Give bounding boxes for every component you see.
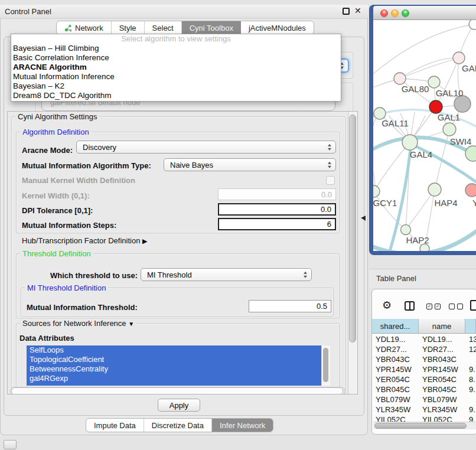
- network-node[interactable]: [373, 185, 380, 197]
- table-mode-icon[interactable]: [470, 300, 476, 311]
- mi-threshold-label: Mutual Information Threshold:: [27, 303, 138, 312]
- algorithm-option[interactable]: Bayesian – Hill Climbing: [11, 44, 341, 53]
- algorithm-option[interactable]: ARACNE Algorithm: [11, 63, 341, 72]
- table-row[interactable]: YBR043CYBR043C: [372, 354, 476, 364]
- dpi-tolerance-field[interactable]: [218, 203, 336, 216]
- network-node[interactable]: [428, 76, 440, 88]
- float-panel-icon[interactable]: [343, 8, 350, 15]
- settings-scrollbar-thumb[interactable]: [349, 115, 356, 343]
- attribute-item[interactable]: gal4RGexp: [27, 374, 321, 383]
- mi-threshold-field[interactable]: [249, 300, 331, 312]
- column-header[interactable]: shared...: [372, 319, 419, 333]
- split-columns-icon[interactable]: [405, 301, 415, 311]
- mi-type-combo[interactable]: Naive Bayes: [164, 158, 336, 171]
- table-row[interactable]: YIL052CYIL052C9: [372, 415, 476, 422]
- cyni-settings-viewport: Cyni Algorithm Settings Algorithm Defini…: [7, 111, 358, 394]
- attribute-item[interactable]: SelfLoops: [27, 345, 321, 355]
- network-node[interactable]: [469, 20, 476, 30]
- network-node[interactable]: [428, 183, 441, 196]
- network-edge: [406, 190, 435, 230]
- algorithm-option[interactable]: Basic Correlation Inference: [11, 53, 341, 63]
- screen: Control Panel ✕ NetworkStyleSelectCyni T…: [0, 0, 476, 450]
- control-panel-title: Control Panel: [5, 7, 51, 16]
- attributes-scrollbar[interactable]: [321, 345, 330, 386]
- table-cell: YLR345W: [419, 405, 465, 415]
- minimize-traffic-light-icon[interactable]: [391, 9, 399, 17]
- aracne-mode-combo[interactable]: Discovery: [76, 141, 336, 154]
- close-icon[interactable]: ✕: [354, 6, 361, 15]
- minimized-panel-icon[interactable]: [4, 440, 17, 449]
- network-node[interactable]: [465, 184, 476, 197]
- zoom-traffic-light-icon[interactable]: [402, 9, 409, 17]
- tab-cyni-toolbox[interactable]: Cyni Toolbox: [182, 21, 241, 34]
- close-traffic-light-icon[interactable]: [380, 9, 388, 17]
- tab-label: Style: [119, 24, 136, 32]
- algorithm-dropdown-placeholder: Select algorithm to view settings: [11, 34, 341, 44]
- network-node[interactable]: [443, 123, 456, 136]
- algorithm-option[interactable]: Mutual Information Inference: [11, 72, 341, 81]
- sources-group-title[interactable]: Sources for Network Inference ▼: [20, 319, 136, 328]
- tab-label: jActiveMNodules: [249, 24, 306, 32]
- kernel-width-field[interactable]: [218, 188, 336, 200]
- network-node[interactable]: [394, 73, 406, 84]
- tab-jactivemnodules[interactable]: jActiveMNodules: [241, 21, 314, 34]
- column-header[interactable]: [465, 319, 476, 333]
- unchecked-box-icon[interactable]: [457, 304, 463, 309]
- tab-label: Infer Network: [220, 421, 265, 430]
- attribute-item[interactable]: TopologicalCoefficient: [27, 355, 321, 364]
- network-edge: [400, 58, 459, 79]
- table-cell: 9.: [465, 405, 476, 415]
- hub-definition-toggle[interactable]: Hub/Transcription Factor Definition ▶: [22, 236, 147, 245]
- table-cell: [465, 394, 476, 405]
- network-node[interactable]: [402, 135, 418, 150]
- network-edge: [400, 58, 459, 79]
- algorithm-option[interactable]: Bayesian – K2: [11, 81, 341, 91]
- table-horizontal-scrollbar-thumb[interactable]: [374, 423, 467, 429]
- network-node-label: GAL80: [402, 84, 429, 94]
- network-node[interactable]: [454, 96, 471, 112]
- table-row[interactable]: YDR27...YDR27...12: [372, 344, 476, 354]
- gear-icon[interactable]: ⚙: [382, 299, 392, 312]
- column-header[interactable]: name: [419, 319, 465, 333]
- tab-discretize-data[interactable]: Discretize Data: [144, 419, 212, 432]
- table-row[interactable]: YBR045CYBR045C9.: [372, 384, 476, 394]
- tab-select[interactable]: Select: [145, 21, 182, 34]
- network-node[interactable]: [453, 52, 465, 64]
- network-window-titlebar[interactable]: [373, 6, 476, 20]
- settings-horizontal-scrollbar-thumb[interactable]: [11, 387, 343, 394]
- mi-type-value: Naive Bayes: [170, 161, 213, 169]
- kernel-width-label: Kernel Width (0,1):: [22, 191, 90, 200]
- checked-box-icon[interactable]: ✓: [426, 304, 432, 309]
- mi-steps-field[interactable]: [218, 218, 336, 230]
- table-row[interactable]: YBL079WYBL079W: [372, 394, 476, 405]
- tab-infer-network[interactable]: Infer Network: [212, 419, 273, 432]
- tab-style[interactable]: Style: [112, 21, 145, 34]
- which-threshold-combo[interactable]: MI Threshold: [141, 268, 312, 281]
- tab-network[interactable]: Network: [57, 21, 112, 34]
- table-row[interactable]: YER054CYER054C8.: [372, 374, 476, 384]
- algorithm-dropdown-items: Bayesian – Hill ClimbingBasic Correlatio…: [11, 44, 341, 100]
- apply-button[interactable]: Apply: [158, 399, 200, 412]
- table-cell: YER054C: [372, 374, 419, 384]
- network-node[interactable]: [429, 100, 442, 113]
- table-cell: YER054C: [419, 374, 465, 384]
- table-cell: YBL079W: [372, 394, 419, 405]
- network-node[interactable]: [465, 146, 476, 161]
- network-graph: GALGAL80GAL10GAL1GAL11SWI4GAL4GCY1HAP4YH…: [373, 20, 476, 251]
- table-row[interactable]: YPR145WYPR145W9.: [372, 364, 476, 374]
- table-row[interactable]: YDL19...YDL19...13: [372, 334, 476, 344]
- unchecked-box-icon[interactable]: [449, 304, 455, 309]
- attribute-item[interactable]: BetweennessCentrality: [27, 364, 321, 374]
- network-node-label: HAP4: [434, 198, 457, 208]
- network-node-label: Y: [472, 198, 476, 208]
- tab-impute-data[interactable]: Impute Data: [86, 419, 144, 432]
- mi-type-label: Mutual Information Algorithm Type:: [22, 161, 151, 170]
- tab-label: Discretize Data: [152, 421, 204, 430]
- manual-kernel-checkbox[interactable]: [326, 176, 335, 185]
- network-node[interactable]: [374, 107, 386, 119]
- table-row[interactable]: YLR345WYLR345W9.: [372, 405, 476, 415]
- network-node[interactable]: [401, 225, 411, 235]
- data-attributes-items: SelfLoopsTopologicalCoefficientBetweenne…: [27, 345, 321, 386]
- checked-box-icon[interactable]: ✓: [435, 304, 441, 309]
- algorithm-option[interactable]: Dream8 DC_TDC Algorithm: [11, 91, 341, 100]
